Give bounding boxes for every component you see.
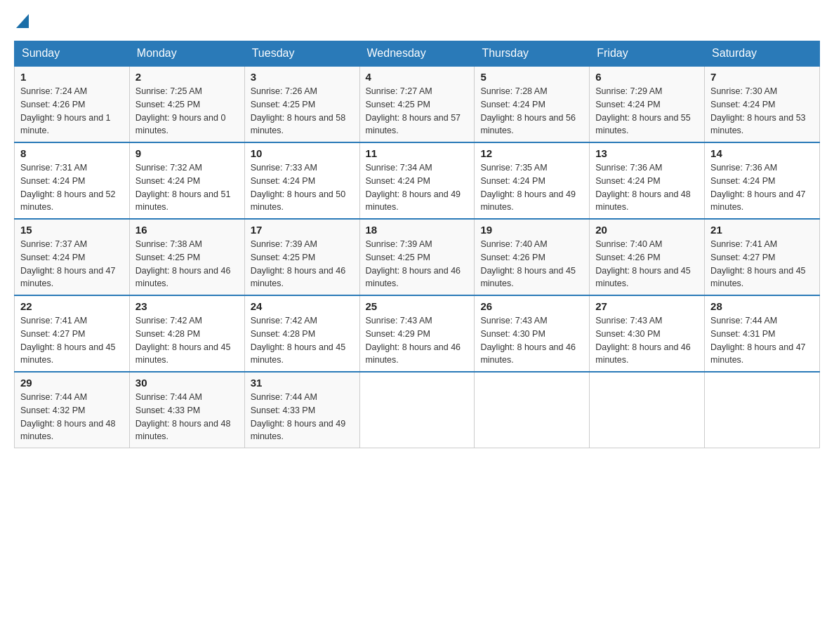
day-info: Sunrise: 7:35 AM Sunset: 4:24 PM Dayligh…	[480, 161, 583, 214]
day-info: Sunrise: 7:36 AM Sunset: 4:24 PM Dayligh…	[595, 161, 699, 214]
day-info: Sunrise: 7:26 AM Sunset: 4:25 PM Dayligh…	[251, 85, 354, 137]
day-cell-21: 21 Sunrise: 7:41 AM Sunset: 4:27 PM Dayl…	[705, 219, 820, 295]
logo-block	[14, 14, 29, 34]
day-cell-16: 16 Sunrise: 7:38 AM Sunset: 4:25 PM Dayl…	[129, 219, 244, 295]
header-sunday: Sunday	[15, 41, 130, 67]
day-number: 24	[251, 300, 354, 312]
day-cell-8: 8 Sunrise: 7:31 AM Sunset: 4:24 PM Dayli…	[15, 142, 130, 219]
day-number: 23	[135, 300, 239, 312]
day-info: Sunrise: 7:34 AM Sunset: 4:24 PM Dayligh…	[366, 161, 469, 214]
day-cell-29: 29 Sunrise: 7:44 AM Sunset: 4:32 PM Dayl…	[15, 372, 130, 448]
day-number: 12	[480, 147, 583, 159]
day-info: Sunrise: 7:36 AM Sunset: 4:24 PM Dayligh…	[710, 161, 814, 214]
day-number: 9	[135, 147, 239, 159]
day-cell-9: 9 Sunrise: 7:32 AM Sunset: 4:24 PM Dayli…	[129, 142, 244, 219]
header-saturday: Saturday	[705, 41, 820, 67]
day-info: Sunrise: 7:44 AM Sunset: 4:32 PM Dayligh…	[20, 391, 124, 443]
day-number: 4	[366, 71, 469, 83]
day-number: 5	[480, 71, 583, 83]
day-cell-2: 2 Sunrise: 7:25 AM Sunset: 4:25 PM Dayli…	[129, 66, 244, 142]
day-cell-22: 22 Sunrise: 7:41 AM Sunset: 4:27 PM Dayl…	[15, 295, 130, 372]
day-cell-1: 1 Sunrise: 7:24 AM Sunset: 4:26 PM Dayli…	[15, 66, 130, 142]
day-cell-14: 14 Sunrise: 7:36 AM Sunset: 4:24 PM Dayl…	[705, 142, 820, 219]
day-number: 11	[366, 147, 469, 159]
empty-cell-4-4	[475, 372, 590, 448]
day-number: 25	[366, 300, 469, 312]
day-info: Sunrise: 7:40 AM Sunset: 4:26 PM Dayligh…	[480, 238, 583, 290]
day-number: 28	[710, 300, 814, 312]
day-info: Sunrise: 7:44 AM Sunset: 4:31 PM Dayligh…	[710, 314, 814, 367]
day-info: Sunrise: 7:41 AM Sunset: 4:27 PM Dayligh…	[20, 314, 124, 367]
day-number: 22	[20, 300, 124, 312]
header-monday: Monday	[129, 41, 244, 67]
day-number: 31	[251, 377, 354, 389]
day-cell-7: 7 Sunrise: 7:30 AM Sunset: 4:24 PM Dayli…	[705, 66, 820, 142]
day-info: Sunrise: 7:39 AM Sunset: 4:25 PM Dayligh…	[366, 238, 469, 290]
day-info: Sunrise: 7:41 AM Sunset: 4:27 PM Dayligh…	[710, 238, 814, 290]
day-info: Sunrise: 7:43 AM Sunset: 4:30 PM Dayligh…	[480, 314, 583, 367]
day-cell-5: 5 Sunrise: 7:28 AM Sunset: 4:24 PM Dayli…	[475, 66, 590, 142]
week-row-4: 22 Sunrise: 7:41 AM Sunset: 4:27 PM Dayl…	[15, 295, 820, 372]
day-cell-12: 12 Sunrise: 7:35 AM Sunset: 4:24 PM Dayl…	[475, 142, 590, 219]
day-cell-4: 4 Sunrise: 7:27 AM Sunset: 4:25 PM Dayli…	[359, 66, 475, 142]
calendar-table: SundayMondayTuesdayWednesdayThursdayFrid…	[14, 41, 820, 448]
day-number: 8	[20, 147, 124, 159]
logo-triangle-icon	[16, 14, 29, 28]
empty-cell-4-6	[705, 372, 820, 448]
day-cell-26: 26 Sunrise: 7:43 AM Sunset: 4:30 PM Dayl…	[475, 295, 590, 372]
day-number: 29	[20, 377, 124, 389]
day-number: 18	[366, 224, 469, 236]
page-header	[14, 14, 820, 34]
day-number: 19	[480, 224, 583, 236]
day-cell-3: 3 Sunrise: 7:26 AM Sunset: 4:25 PM Dayli…	[244, 66, 359, 142]
day-cell-17: 17 Sunrise: 7:39 AM Sunset: 4:25 PM Dayl…	[244, 219, 359, 295]
day-cell-20: 20 Sunrise: 7:40 AM Sunset: 4:26 PM Dayl…	[590, 219, 705, 295]
day-number: 1	[20, 71, 124, 83]
day-info: Sunrise: 7:28 AM Sunset: 4:24 PM Dayligh…	[480, 85, 583, 137]
day-cell-10: 10 Sunrise: 7:33 AM Sunset: 4:24 PM Dayl…	[244, 142, 359, 219]
day-number: 2	[135, 71, 239, 83]
day-number: 7	[710, 71, 814, 83]
day-number: 13	[595, 147, 699, 159]
day-info: Sunrise: 7:31 AM Sunset: 4:24 PM Dayligh…	[20, 161, 124, 214]
day-cell-28: 28 Sunrise: 7:44 AM Sunset: 4:31 PM Dayl…	[705, 295, 820, 372]
day-number: 15	[20, 224, 124, 236]
day-cell-11: 11 Sunrise: 7:34 AM Sunset: 4:24 PM Dayl…	[359, 142, 475, 219]
day-number: 30	[135, 377, 239, 389]
day-number: 17	[251, 224, 354, 236]
day-info: Sunrise: 7:40 AM Sunset: 4:26 PM Dayligh…	[595, 238, 699, 290]
day-number: 27	[595, 300, 699, 312]
header-thursday: Thursday	[475, 41, 590, 67]
day-info: Sunrise: 7:38 AM Sunset: 4:25 PM Dayligh…	[135, 238, 239, 290]
day-cell-19: 19 Sunrise: 7:40 AM Sunset: 4:26 PM Dayl…	[475, 219, 590, 295]
day-info: Sunrise: 7:24 AM Sunset: 4:26 PM Dayligh…	[20, 85, 124, 137]
day-cell-23: 23 Sunrise: 7:42 AM Sunset: 4:28 PM Dayl…	[129, 295, 244, 372]
day-info: Sunrise: 7:42 AM Sunset: 4:28 PM Dayligh…	[135, 314, 239, 367]
day-cell-30: 30 Sunrise: 7:44 AM Sunset: 4:33 PM Dayl…	[129, 372, 244, 448]
day-info: Sunrise: 7:32 AM Sunset: 4:24 PM Dayligh…	[135, 161, 239, 214]
day-cell-13: 13 Sunrise: 7:36 AM Sunset: 4:24 PM Dayl…	[590, 142, 705, 219]
day-cell-31: 31 Sunrise: 7:44 AM Sunset: 4:33 PM Dayl…	[244, 372, 359, 448]
day-number: 21	[710, 224, 814, 236]
day-info: Sunrise: 7:27 AM Sunset: 4:25 PM Dayligh…	[366, 85, 469, 137]
day-info: Sunrise: 7:44 AM Sunset: 4:33 PM Dayligh…	[251, 391, 354, 443]
week-row-5: 29 Sunrise: 7:44 AM Sunset: 4:32 PM Dayl…	[15, 372, 820, 448]
day-number: 3	[251, 71, 354, 83]
day-info: Sunrise: 7:42 AM Sunset: 4:28 PM Dayligh…	[251, 314, 354, 367]
day-number: 16	[135, 224, 239, 236]
week-row-3: 15 Sunrise: 7:37 AM Sunset: 4:24 PM Dayl…	[15, 219, 820, 295]
empty-cell-4-3	[359, 372, 475, 448]
day-number: 20	[595, 224, 699, 236]
day-info: Sunrise: 7:39 AM Sunset: 4:25 PM Dayligh…	[251, 238, 354, 290]
day-cell-6: 6 Sunrise: 7:29 AM Sunset: 4:24 PM Dayli…	[590, 66, 705, 142]
day-number: 26	[480, 300, 583, 312]
day-info: Sunrise: 7:43 AM Sunset: 4:30 PM Dayligh…	[595, 314, 699, 367]
empty-cell-4-5	[590, 372, 705, 448]
day-cell-25: 25 Sunrise: 7:43 AM Sunset: 4:29 PM Dayl…	[359, 295, 475, 372]
day-info: Sunrise: 7:43 AM Sunset: 4:29 PM Dayligh…	[366, 314, 469, 367]
day-cell-27: 27 Sunrise: 7:43 AM Sunset: 4:30 PM Dayl…	[590, 295, 705, 372]
day-info: Sunrise: 7:25 AM Sunset: 4:25 PM Dayligh…	[135, 85, 239, 137]
logo	[14, 14, 29, 34]
weekday-header-row: SundayMondayTuesdayWednesdayThursdayFrid…	[15, 41, 820, 67]
header-wednesday: Wednesday	[359, 41, 475, 67]
